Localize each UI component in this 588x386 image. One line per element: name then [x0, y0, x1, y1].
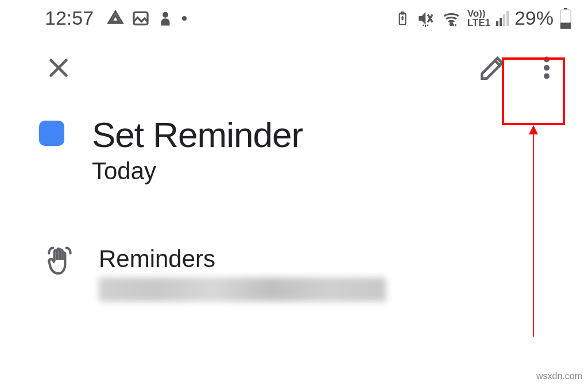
person-icon — [157, 9, 174, 28]
reminder-header: Set Reminder Today — [39, 114, 554, 185]
status-left: 12:57 — [45, 7, 188, 29]
reminder-date: Today — [92, 157, 554, 185]
svg-point-5 — [450, 23, 452, 25]
calendar-color-chip[interactable] — [39, 121, 64, 146]
annotation-arrow-line — [533, 130, 534, 337]
signal-icon — [496, 11, 509, 26]
status-right: Vo)) LTE1 29% — [395, 7, 572, 29]
dot-icon — [181, 15, 188, 22]
reminder-title: Set Reminder — [92, 114, 554, 156]
content: Set Reminder Today Reminders — [0, 102, 588, 302]
svg-rect-8 — [560, 22, 571, 29]
pencil-icon — [478, 53, 507, 82]
battery-saver-icon — [395, 9, 410, 28]
svg-point-2 — [182, 16, 187, 21]
annotation-arrow-head — [529, 125, 538, 134]
reminders-info: Reminders — [99, 245, 386, 302]
close-icon — [45, 55, 72, 81]
close-button[interactable] — [42, 52, 75, 84]
watermark: wsxdn.com — [536, 371, 582, 381]
mute-vibrate-icon — [416, 9, 435, 28]
svg-point-10 — [544, 65, 550, 71]
status-time: 12:57 — [45, 7, 94, 29]
edit-button[interactable] — [477, 52, 509, 84]
image-icon — [131, 9, 150, 28]
toolbar — [0, 33, 588, 102]
drive-icon — [106, 9, 125, 28]
svg-point-11 — [544, 74, 550, 79]
reminder-text-block: Set Reminder Today — [92, 114, 554, 185]
svg-point-9 — [544, 56, 550, 62]
battery-percent: 29% — [514, 7, 554, 29]
reminder-hand-icon — [44, 245, 76, 277]
account-email-blurred — [99, 277, 386, 302]
lte-indicator: Vo)) LTE1 — [467, 9, 490, 27]
wifi-icon — [441, 10, 462, 27]
reminders-section: Reminders — [39, 245, 554, 302]
more-options-button[interactable] — [531, 52, 563, 84]
reminders-label: Reminders — [99, 245, 386, 273]
svg-point-1 — [163, 11, 168, 17]
status-bar: 12:57 Vo)) LTE1 29% — [0, 0, 588, 33]
battery-icon — [559, 8, 572, 29]
more-vert-icon — [532, 53, 561, 82]
